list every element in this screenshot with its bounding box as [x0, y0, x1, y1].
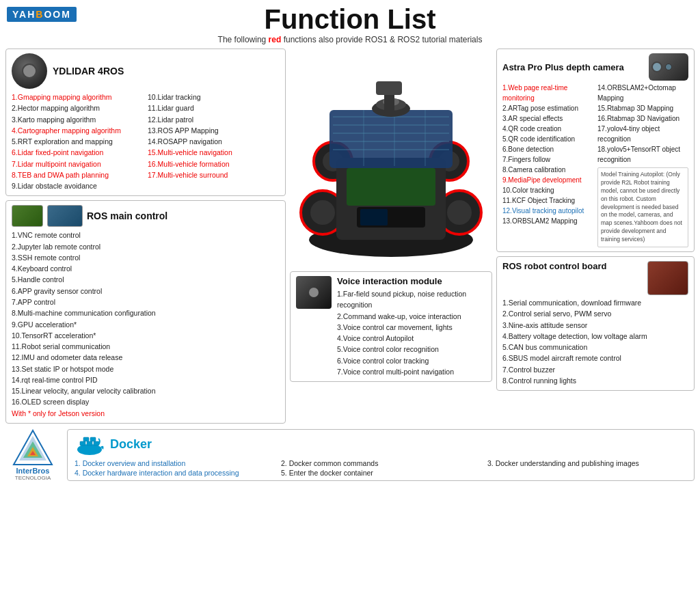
- ros-board-section: ROS robot control board 1.Serial communi…: [496, 256, 695, 391]
- list-item: 2.Command wake-up, voice interaction: [337, 311, 486, 322]
- list-item: 4.Keyboard control: [12, 263, 280, 274]
- list-item: 1.Gmapping mapping algorithm: [12, 92, 144, 102]
- list-item: 4.QR code creation: [502, 124, 593, 134]
- svg-rect-26: [376, 81, 402, 95]
- ros-board-list: 1.Serial communication, download firmwar…: [502, 297, 688, 386]
- list-item: 11.Robot serial communication: [12, 341, 280, 352]
- astra-note: Model Training Autopilot: (Only provide …: [597, 167, 688, 247]
- svg-point-32: [77, 444, 102, 455]
- list-item: 2.Control serial servo, PWM servo: [502, 308, 688, 319]
- voice-image: [296, 276, 332, 309]
- list-item: 2.Hector mapping algorithm: [12, 102, 144, 113]
- list-item: 13.ORBSLAM2 Mapping: [502, 216, 593, 226]
- ros-main-title: ROS main control: [87, 210, 167, 221]
- ros-board-title: ROS robot control board: [502, 261, 606, 271]
- list-item: 16.Rtabmap 3D Navigation: [597, 113, 688, 124]
- list-item: 8.Multi-machine communication configurat…: [12, 307, 280, 318]
- docker-item-1: 1. Docker overview and installation: [75, 459, 274, 467]
- list-item: 8.Control running lights: [502, 375, 688, 386]
- list-item: 15.Linear velocity, angular velocity cal…: [12, 385, 280, 396]
- list-item: 8.TEB and DWA path planning: [12, 169, 144, 180]
- voice-title: Voice interaction module: [337, 276, 486, 286]
- list-item: 1.Web page real-time monitoring: [502, 83, 593, 103]
- docker-item-2: 2. Docker common commands: [281, 459, 481, 467]
- list-item: 16.OLED screen display: [12, 396, 280, 407]
- list-item: 5.CAN bus communication: [502, 342, 688, 353]
- astra-col1-list: 1.Web page real-time monitoring 2.ARTag …: [502, 83, 593, 226]
- list-item: 1.Serial communication, download firmwar…: [502, 297, 688, 308]
- list-item: 15.Rtabmap 3D Mapping: [597, 103, 688, 113]
- docker-section: Docker 1. Docker overview and installati…: [67, 429, 695, 481]
- list-item: 3.AR special effects: [502, 113, 593, 124]
- svg-rect-11: [329, 110, 453, 168]
- list-item: 17.yolov4-tiny object recognition: [597, 124, 688, 144]
- svg-rect-10: [347, 168, 435, 206]
- ydlidar-title: YDLIDAR 4ROS: [53, 66, 124, 77]
- docker-item-4: 4. Docker hardware interaction and data …: [75, 469, 274, 477]
- interbros-triangle-svg: [12, 429, 53, 467]
- astra-camera-image: [649, 53, 688, 81]
- list-item: 3.Karto mapping algorithm: [12, 114, 144, 125]
- ydlidar-section: YDLIDAR 4ROS 1.Gmapping mapping algorith…: [5, 49, 286, 196]
- list-item: 13.ROS APP Mapping: [148, 125, 280, 136]
- list-item: 11.KCF Object Tracking: [502, 195, 593, 206]
- astra-section: Astra Pro Plus depth camera 1.Web page r…: [496, 49, 695, 252]
- page-subtitle: The following red functions also provide…: [0, 35, 700, 44]
- list-item: 1.Far-field sound pickup, noise reductio…: [337, 288, 486, 311]
- page-title: Function List: [0, 0, 700, 35]
- list-item: 5.Handle control: [12, 274, 280, 285]
- list-item: 2.Jupyter lab remote control: [12, 241, 280, 252]
- list-item: 7.Voice control multi-point navigation: [337, 366, 486, 377]
- svg-rect-34: [87, 441, 92, 445]
- astra-col2-list: 14.ORBSLAM2+Octomap Mapping 15.Rtabmap 3…: [597, 83, 688, 165]
- list-item: 4.Cartographer mapping algorithm: [12, 125, 144, 136]
- list-item: 14.ROSAPP navigation: [148, 136, 280, 147]
- list-item: 6.Lidar fixed-point navigation: [12, 147, 144, 158]
- list-item: 6.APP gravity sensor control: [12, 286, 280, 297]
- list-item: 6.SBUS model aircraft remote control: [502, 353, 688, 363]
- list-item: 16.Multi-vehicle formation: [148, 159, 280, 169]
- list-item: 6.Bone detection: [502, 144, 593, 154]
- ydlidar-image: [12, 53, 47, 89]
- list-item: 7.APP control: [12, 297, 280, 307]
- list-item: 11.Lidar guard: [148, 102, 280, 113]
- list-item: 1.VNC remote control: [12, 230, 280, 240]
- list-item: 15.Multi-vehicle navigation: [148, 147, 280, 158]
- list-item: 14.ORBSLAM2+Octomap Mapping: [597, 83, 688, 103]
- ros-board-image: [647, 261, 688, 295]
- list-item: 17.Multi-vehicle surround: [148, 169, 280, 180]
- voice-list: 1.Far-field sound pickup, noise reductio…: [337, 288, 486, 377]
- astra-title: Astra Pro Plus depth camera: [502, 62, 624, 72]
- jetson-image: [47, 205, 83, 227]
- list-item: With * only for Jetson version: [12, 408, 280, 419]
- ydlidar-col1-list: 1.Gmapping mapping algorithm 2.Hector ma…: [12, 92, 144, 191]
- list-item: 3.Nine-axis attitude sensor: [502, 320, 688, 331]
- list-item: 10.Lidar tracking: [148, 92, 280, 102]
- svg-rect-36: [83, 437, 89, 441]
- svg-rect-35: [94, 441, 99, 445]
- list-item: 12.IMU and odometer data release: [12, 352, 280, 363]
- svg-rect-24: [360, 209, 388, 225]
- list-item: 13.Set static IP or hotspot mode: [12, 363, 280, 374]
- list-item: 5.Voice control color recognition: [337, 344, 486, 355]
- list-item: 7.Fingers follow: [502, 154, 593, 165]
- list-item: 5.QR code identification: [502, 134, 593, 144]
- list-item: 4.Battery voltage detection, low voltage…: [502, 331, 688, 342]
- list-item: 2.ARTag pose estimation: [502, 103, 593, 113]
- list-item: 8.Camera calibration: [502, 165, 593, 175]
- yahboom-logo: YAHBOOM: [7, 7, 77, 22]
- docker-item-5: 5. Enter the docker container: [281, 469, 481, 477]
- list-item: 6.Voice control color tracking: [337, 355, 486, 366]
- ros-main-list: 1.VNC remote control 2.Jupyter lab remot…: [12, 230, 280, 419]
- docker-item-3: 3. Docker understanding and publishing i…: [487, 459, 687, 467]
- list-item: 4.Voice control Autopilot: [337, 333, 486, 344]
- ros-main-section: ROS main control 1.VNC remote control 2.…: [5, 200, 286, 424]
- interbros-sub: TECNOLOGIA: [15, 475, 51, 481]
- robot-image-area: [290, 49, 492, 267]
- svg-point-4: [447, 200, 472, 225]
- list-item: 3.SSH remote control: [12, 252, 280, 263]
- docker-icon: [75, 433, 105, 456]
- docker-title: Docker: [110, 437, 152, 452]
- list-item: 7.Control buzzer: [502, 364, 688, 375]
- list-item: 12.Visual tracking autopilot: [502, 206, 593, 216]
